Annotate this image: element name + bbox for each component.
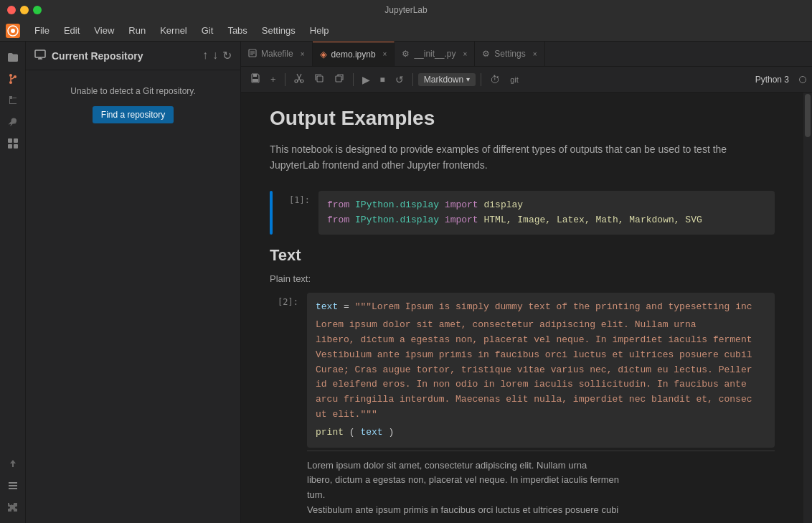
cell-type-dropdown[interactable]: Markdown ▾ — [418, 73, 476, 86]
text-section-title: Text — [270, 246, 775, 265]
cell-2-content[interactable]: text = """Lorem Ipsum is simply dummy te… — [307, 293, 775, 517]
icon-sidebar — [0, 42, 26, 523]
settings-tab-label: Settings — [494, 49, 525, 59]
menu-file[interactable]: File — [29, 24, 55, 37]
cell-type-label: Markdown — [424, 75, 463, 85]
svg-rect-11 — [9, 485, 17, 486]
menu-kernel[interactable]: Kernel — [154, 24, 193, 37]
menu-help[interactable]: Help — [304, 24, 335, 37]
menu-tabs[interactable]: Tabs — [222, 24, 252, 37]
sidebar-btn-extensions[interactable] — [3, 90, 23, 110]
maximize-button[interactable] — [33, 6, 42, 14]
git-sidebar-header: Current Repository ↑ ↓ ↻ — [26, 42, 240, 70]
fn-display: display — [483, 199, 523, 210]
menu-bar: File Edit View Run Kernel Git Tabs Setti… — [0, 20, 812, 42]
settings-tab-close[interactable]: × — [533, 50, 537, 58]
tab-demo-ipynb[interactable]: ◈ demo.ipynb × — [313, 42, 395, 67]
minimize-button[interactable] — [20, 6, 29, 14]
tab-makefile[interactable]: Makefile × — [241, 42, 313, 67]
tab-settings[interactable]: ⚙ Settings × — [475, 42, 544, 67]
toolbar-sep-3 — [412, 73, 413, 86]
git-refresh-btn[interactable]: ↻ — [222, 49, 232, 62]
keyword-import-1: import — [445, 199, 478, 210]
cell-active-indicator — [270, 191, 273, 235]
demo-tab-label: demo.ipynb — [331, 50, 376, 60]
svg-point-2 — [9, 74, 12, 77]
find-repo-button[interactable]: Find a repository — [93, 106, 174, 123]
toolbar-sep-1 — [285, 73, 285, 86]
close-button[interactable] — [7, 6, 16, 14]
run-btn[interactable]: ▶ — [359, 72, 374, 88]
sidebar-btn-git[interactable] — [3, 69, 23, 89]
svg-point-1 — [11, 29, 15, 33]
notebook-title: Output Examples — [270, 107, 775, 130]
demo-tab-icon: ◈ — [320, 49, 327, 60]
notebook-description: This notebook is designed to provide exa… — [270, 141, 775, 174]
monitor-icon — [34, 49, 46, 62]
window-controls[interactable] — [7, 6, 42, 14]
demo-tab-close[interactable]: × — [383, 50, 387, 58]
toolbar-sep-4 — [481, 73, 481, 86]
menu-view[interactable]: View — [88, 24, 120, 37]
makefile-tab-icon — [248, 49, 257, 60]
notebook-content: Output Examples This notebook is designe… — [241, 93, 803, 523]
cell-1-content[interactable]: from IPython.display import display from… — [318, 191, 775, 235]
cell-2-code[interactable]: text = """Lorem Ipsum is simply dummy te… — [307, 293, 775, 447]
scroll-thumb[interactable] — [805, 94, 811, 137]
tab-init-py[interactable]: ⚙ __init__.py × — [395, 42, 475, 67]
toolbar-right: Python 3 — [755, 75, 806, 85]
keyword-from-2: from — [327, 215, 349, 225]
notebook-scrollbar[interactable] — [803, 93, 812, 523]
menu-git[interactable]: Git — [196, 24, 219, 37]
title-bar: JupyterLab — [0, 0, 812, 20]
sidebar-btn-list[interactable] — [3, 476, 23, 496]
sidebar-btn-upload[interactable] — [3, 454, 23, 474]
cell-1-code[interactable]: from IPython.display import display from… — [318, 191, 775, 235]
menu-edit[interactable]: Edit — [58, 24, 85, 37]
git-upload-btn[interactable]: ↑ — [202, 49, 208, 62]
code-cell-1: [1]: from IPython.display import display… — [270, 191, 775, 235]
cell-1-number: [1]: — [281, 191, 310, 235]
add-cell-btn[interactable]: + — [267, 72, 280, 87]
paste-btn[interactable] — [331, 71, 348, 88]
svg-rect-10 — [9, 482, 17, 484]
module-1: IPython.display — [355, 199, 445, 210]
svg-rect-6 — [8, 138, 12, 143]
git-download-btn[interactable]: ↓ — [212, 49, 218, 62]
cell-2-line-code: text = """Lorem Ipsum is simply dummy te… — [316, 300, 766, 315]
toolbar-sep-2 — [353, 73, 354, 86]
app-logo — [6, 24, 20, 38]
cut-btn[interactable] — [291, 71, 308, 88]
cell-2-output-divider — [307, 451, 775, 451]
menu-settings[interactable]: Settings — [256, 24, 301, 37]
init-tab-close[interactable]: × — [463, 50, 467, 58]
sidebar-btn-tools[interactable] — [3, 112, 23, 132]
git-sidebar-actions: ↑ ↓ ↻ — [202, 49, 232, 62]
dropdown-chevron-icon: ▾ — [466, 75, 470, 83]
print-close: ) — [388, 427, 394, 438]
restart-btn[interactable]: ↺ — [392, 72, 407, 88]
main-layout: Current Repository ↑ ↓ ↻ Unable to detec… — [0, 42, 812, 523]
svg-rect-12 — [9, 488, 17, 489]
menu-run[interactable]: Run — [123, 24, 151, 37]
copy-btn[interactable] — [311, 71, 328, 88]
sidebar-btn-puzzle[interactable] — [3, 497, 23, 517]
sidebar-btn-folder[interactable] — [3, 47, 23, 67]
stop-btn[interactable]: ■ — [377, 72, 389, 87]
lorem-text-block: Lorem ipsum dolor sit amet, consectetur … — [316, 319, 752, 420]
makefile-tab-close[interactable]: × — [301, 50, 305, 58]
cell-2-output: Lorem ipsum dolor sit amet, consectetur … — [307, 458, 775, 518]
time-btn[interactable]: ⏱ — [486, 72, 504, 88]
fn-html: HTML, Image, Latex, Math, Markdown, SVG — [483, 215, 702, 225]
notebook-area: Makefile × ◈ demo.ipynb × ⚙ __init__.py … — [241, 42, 812, 523]
init-tab-icon: ⚙ — [402, 49, 410, 59]
no-repo-text: Unable to detect a Git repository. — [37, 85, 229, 98]
cell-2-print-line: print ( text ) — [316, 425, 766, 440]
init-tab-label: __init__.py — [414, 49, 455, 59]
svg-rect-9 — [14, 144, 18, 149]
save-btn[interactable] — [247, 71, 264, 88]
git-toolbar-btn[interactable]: git — [506, 73, 522, 86]
sidebar-btn-addons[interactable] — [3, 133, 23, 154]
plain-text-label: Plain text: — [270, 273, 775, 284]
svg-rect-23 — [336, 76, 341, 82]
